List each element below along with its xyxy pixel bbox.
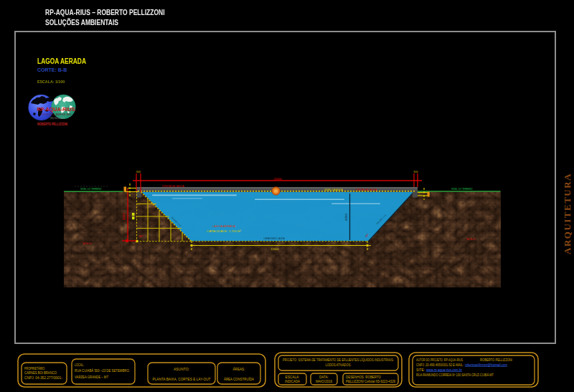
desenhos-line2: PELLIZZONI Cellular:65-9223-4329 — [346, 380, 395, 383]
areas-label: ÁREAS: — [233, 367, 245, 371]
marker-slope — [132, 216, 134, 219]
water-streak — [172, 198, 202, 199]
proprietario-label: PROPRIETÁRIO: — [24, 366, 45, 371]
dim-crest-left: 600 — [136, 171, 141, 173]
escala-label: ESCALA: — [286, 376, 300, 379]
label-capacity: CAPACIDADE: 1.700 M³ — [207, 229, 242, 233]
local-line1: RUA CUIABÁ 500 –23 DE SETEMBRO. — [75, 368, 130, 373]
label-lagoon-name: LAGOA AERADA — [212, 224, 236, 228]
proprietario-line2: CNPJ: 04.352.277/0001- — [24, 376, 62, 380]
proprietario-line1: CARNES BOI BRANCO — [24, 371, 57, 375]
dim-bottom-value: 12000 — [270, 247, 279, 251]
side-label: ARQUITETURA — [562, 173, 573, 254]
projeto-line1: PROJETO: SISTEMA DE TRATAMENTO DE EFLUEN… — [283, 358, 394, 362]
marker-left — [124, 187, 127, 192]
label-solo-right: SOLO — [466, 237, 476, 241]
titleblock: PROPRIETÁRIO: CARNES BOI BRANCO CNPJ: 04… — [0, 347, 574, 392]
lagoon-section-drawing: 22000 600 600 6500 6000 12000 CRISTA DA … — [0, 0, 574, 392]
label-angle-left: 45° — [139, 234, 144, 238]
dim-crest-right: 600 — [414, 171, 418, 173]
dim-dot — [366, 244, 369, 247]
desenhos-line1: DESENHOS: ROBERTO — [346, 376, 381, 379]
autor-site-link[interactable]: www.rp-aqua-rius.com.br — [426, 368, 462, 372]
dim-left-value: 6500 — [122, 213, 126, 220]
label-ground-left: NIVEL DO TERRENO — [80, 188, 102, 191]
data-line1: MAIO/2016 — [316, 380, 332, 383]
aerator-symbol — [272, 187, 280, 195]
water-streak — [255, 199, 344, 200]
data-label: DATA: — [319, 376, 329, 379]
marker-right — [428, 192, 430, 197]
label-crest-right: CRISTA DA LAGOA — [355, 188, 377, 191]
autor-line3a: SITE: — [416, 368, 425, 372]
marker-slope — [132, 213, 134, 216]
dim-left-dot — [126, 239, 128, 242]
autor-email-link[interactable]: robertopellizzoni@hotmail.com — [465, 363, 507, 367]
autor-line1b: ROBERTO PELLIZZONI — [480, 358, 512, 362]
autor-line1a: AUTOR DO PROJETO: RP-AQUA-RIUS. — [416, 358, 464, 362]
label-crest: CRISTA DA LAGOA — [161, 185, 184, 188]
label-ground-right: NIVEL DO TERRENO — [451, 188, 473, 191]
water-streak — [331, 204, 380, 204]
label-water-level: NIVEL DA AGUA — [324, 188, 343, 191]
label-bottom-line: LINHA FUNDO LAGOA — [263, 237, 284, 240]
projeto-line2: LODOS ATIVADOS. — [326, 363, 352, 367]
areas-line1: ÁREA CONSTRUÍDA — [224, 377, 255, 381]
label-solo-left: SOLO — [83, 242, 92, 245]
local-line2: VARZEA GRANDE – MT — [75, 376, 108, 379]
assunto-line1: PLANTA BAIXA, CORTES E LAY-OUT — [153, 378, 211, 381]
dim-top-value: 22000 — [273, 177, 282, 181]
water-streak — [152, 195, 237, 196]
assunto-label: ASUNTO: — [174, 368, 189, 371]
escala-line1: INDICADA — [285, 380, 301, 383]
titleblock-group-left — [18, 354, 265, 387]
autor-line2a: CNPJ: 20.499.495/0001-52 E-MAIL: — [416, 363, 464, 367]
local-label: LOCAL: — [75, 363, 84, 367]
autor-line4: RUA RAIMUNDO CORREIA Nº 100 SANTA CRUZ-C… — [416, 373, 494, 377]
dim-dot — [190, 244, 193, 247]
side-label-wrap: ARQUITETURA — [557, 178, 574, 249]
dim-depth-value: 6000 — [344, 214, 348, 221]
